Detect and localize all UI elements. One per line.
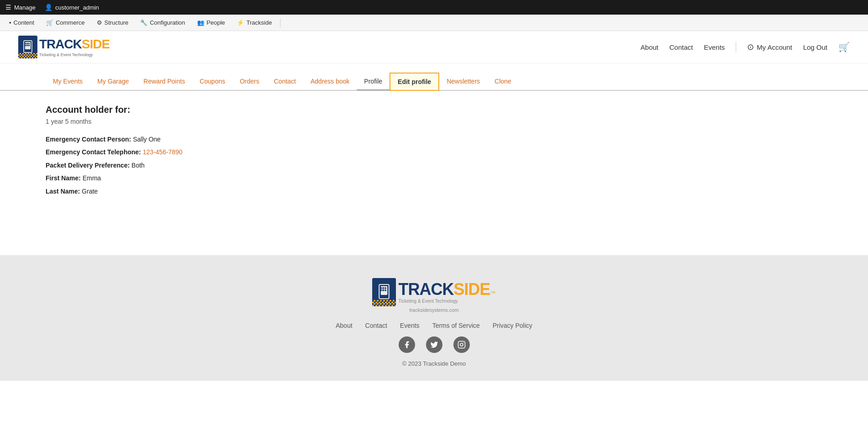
nav-people-label: People (207, 19, 225, 26)
header-logout-link[interactable]: Log Out (803, 43, 827, 51)
packet-delivery-value: Both (131, 162, 145, 169)
account-tabs: My Events My Garage Reward Points Coupon… (0, 73, 868, 91)
header-nav: About Contact Events ⊙ My Account Log Ou… (640, 42, 850, 53)
facebook-icon[interactable] (399, 336, 415, 353)
tab-my-events[interactable]: My Events (46, 73, 90, 90)
nav-commerce[interactable]: 🛒 Commerce (41, 15, 90, 31)
last-name-value: Grate (82, 188, 98, 195)
tab-coupons[interactable]: Coupons (192, 73, 233, 90)
content-icon: ▪ (9, 19, 11, 26)
svg-rect-3 (26, 43, 28, 44)
checkered-pattern (18, 53, 37, 58)
nav-bar: ▪ Content 🛒 Commerce ⚙ Structure 🔧 Confi… (0, 15, 868, 31)
site-header: TRACKSIDE Ticketing & Event Technology A… (0, 31, 868, 63)
footer-logo-tm: ™ (490, 290, 496, 296)
nav-separator (280, 18, 281, 27)
footer-logo-tagline: Ticketing & Event Technology (398, 299, 458, 304)
emergency-contact-value: Sally One (133, 136, 161, 143)
footer-logo-url: tracksidesystems.com (409, 307, 458, 313)
people-icon: 👥 (197, 19, 204, 26)
tab-clone[interactable]: Clone (487, 73, 519, 90)
nav-trackside-label: Trackside (246, 19, 272, 26)
footer-logo-side: SIDE (453, 281, 490, 298)
tab-contact[interactable]: Contact (267, 73, 303, 90)
site-logo[interactable]: TRACKSIDE Ticketing & Event Technology (18, 36, 109, 58)
trackside-nav-icon: ⚡ (237, 19, 244, 26)
header-myaccount[interactable]: ⊙ My Account (747, 42, 792, 52)
footer-nav: About Contact Events Terms of Service Pr… (0, 322, 868, 329)
logo-tagline: Ticketing & Event Technology (39, 53, 109, 57)
footer-contact-link[interactable]: Contact (365, 322, 387, 329)
profile-field-first-name: First Name: Emma (46, 173, 822, 183)
svg-rect-12 (385, 287, 387, 289)
header-about-link[interactable]: About (640, 43, 658, 51)
logo-top-row: TRACKSIDE Ticketing & Event Technology (18, 36, 109, 58)
instagram-icon[interactable] (453, 336, 470, 353)
header-events-link[interactable]: Events (704, 43, 725, 51)
profile-field-emergency-phone: Emergency Contact Telephone: 123-456-789… (46, 147, 822, 157)
svg-rect-10 (380, 287, 382, 289)
nav-trackside[interactable]: ⚡ Trackside (231, 15, 277, 31)
config-icon: 🔧 (140, 19, 147, 26)
nav-structure-label: Structure (104, 19, 129, 26)
footer-copyright: © 2023 Trackside Demo (0, 360, 868, 367)
tab-my-garage[interactable]: My Garage (90, 73, 136, 90)
svg-rect-14 (383, 289, 385, 291)
cart-icon[interactable]: 🛒 (838, 42, 850, 53)
tab-edit-profile[interactable]: Edit profile (390, 73, 439, 91)
header-contact-link[interactable]: Contact (670, 43, 693, 51)
svg-rect-7 (28, 45, 30, 46)
svg-rect-13 (380, 289, 382, 291)
nav-structure[interactable]: ⚙ Structure (91, 15, 134, 31)
svg-rect-6 (26, 45, 28, 46)
footer-about-link[interactable]: About (336, 322, 353, 329)
last-name-label: Last Name: (46, 188, 82, 195)
account-holder-title: Account holder for: (46, 105, 822, 115)
tab-profile[interactable]: Profile (357, 73, 390, 90)
footer-events-link[interactable]: Events (400, 322, 420, 329)
svg-point-17 (460, 343, 463, 346)
footer-phone-svg (378, 284, 390, 300)
svg-rect-2 (25, 43, 26, 44)
content-area: Account holder for: 1 year 5 months Emer… (0, 91, 868, 228)
tab-newsletters[interactable]: Newsletters (439, 73, 487, 90)
tab-reward-points[interactable]: Reward Points (136, 73, 192, 90)
manage-button[interactable]: ☰ Manage (5, 4, 36, 11)
hamburger-icon: ☰ (5, 4, 11, 11)
first-name-label: First Name: (46, 174, 83, 182)
first-name-value: Emma (83, 174, 101, 182)
packet-delivery-label: Packet Delivery Preference: (46, 162, 131, 169)
emergency-phone-value: 123-456-7890 (143, 148, 182, 156)
nav-people[interactable]: 👥 People (192, 15, 230, 31)
commerce-icon: 🛒 (46, 19, 53, 26)
logo-phone-icon (18, 36, 37, 58)
emergency-contact-label: Emergency Contact Person: (46, 136, 133, 143)
logo-container: TRACKSIDE Ticketing & Event Technology (18, 36, 109, 58)
tab-address-book[interactable]: Address book (303, 73, 357, 90)
logo-side-text: SIDE (82, 37, 109, 52)
header-nav-divider (736, 42, 736, 53)
svg-rect-11 (383, 287, 385, 289)
admin-user[interactable]: 👤 customer_admin (45, 4, 99, 11)
footer-logo-phone-icon (372, 278, 396, 306)
user-icon: 👤 (45, 4, 52, 11)
svg-rect-15 (385, 289, 387, 291)
tab-orders[interactable]: Orders (233, 73, 267, 90)
svg-rect-5 (25, 45, 26, 46)
footer-logo-track: TRACK (398, 281, 453, 298)
account-duration: 1 year 5 months (46, 118, 822, 125)
phone-svg (23, 40, 33, 54)
site-footer: TRACKSIDE™ Ticketing & Event Technology … (0, 255, 868, 381)
footer-tos-link[interactable]: Terms of Service (432, 322, 480, 329)
footer-checkered-pattern (372, 300, 396, 306)
footer-social (0, 336, 868, 353)
emergency-phone-label: Emergency Contact Telephone: (46, 148, 143, 156)
nav-configuration[interactable]: 🔧 Configuration (135, 15, 190, 31)
footer-privacy-link[interactable]: Privacy Policy (493, 322, 532, 329)
footer-logo: TRACKSIDE™ Ticketing & Event Technology … (0, 278, 868, 313)
nav-content[interactable]: ▪ Content (4, 15, 40, 31)
footer-logo-row: TRACKSIDE™ Ticketing & Event Technology (372, 278, 495, 306)
twitter-icon[interactable] (426, 336, 442, 353)
logo-track-text: TRACK (39, 37, 82, 52)
svg-rect-4 (28, 43, 30, 44)
